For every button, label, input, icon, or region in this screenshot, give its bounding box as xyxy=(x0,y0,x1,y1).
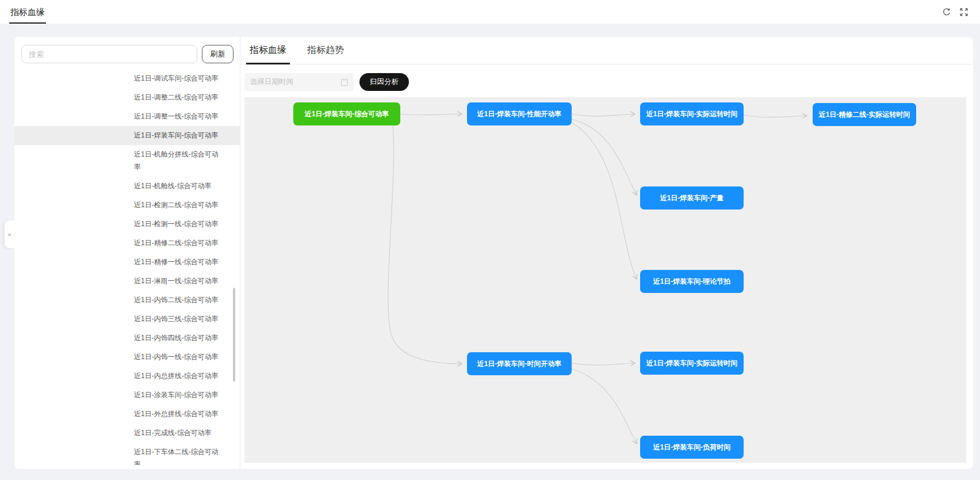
graph-node-n5[interactable]: 近1日-焊装车间-理论节拍 xyxy=(640,270,744,293)
refresh-button[interactable]: 刷新 xyxy=(202,45,233,63)
graph-edge-n1-n2 xyxy=(572,114,635,116)
list-item[interactable]: 近1日-机舱分拼线-综合可动率 xyxy=(14,145,240,177)
list-item[interactable]: 近1日-外总拼线-综合可动率 xyxy=(14,405,240,424)
sidebar-collapse-handle[interactable]: « xyxy=(5,220,14,248)
list-item[interactable]: 近1日-精修二线-综合可动率 xyxy=(14,234,240,253)
graph-edge-n2-n3 xyxy=(744,115,807,117)
attribution-analysis-button[interactable]: 归因分析 xyxy=(359,73,409,91)
edge-layer xyxy=(244,97,966,463)
graph-node-n4[interactable]: 近1日-焊装车间-产量 xyxy=(640,186,744,209)
graph-edge-n1-n4 xyxy=(572,119,637,195)
calendar-icon xyxy=(341,79,348,86)
list-item[interactable]: 近1日-检测一线-综合可动率 xyxy=(14,215,240,234)
date-picker-input[interactable]: 选择日期时间 xyxy=(244,73,354,91)
graph-node-n1[interactable]: 近1日-焊装车间-性能开动率 xyxy=(467,102,572,125)
graph-node-n8[interactable]: 近1日-焊装车间-负荷时间 xyxy=(640,436,744,459)
lineage-canvas[interactable]: 近1日-焊装车间-综合可动率近1日-焊装车间-性能开动率近1日-焊装车间-实际运… xyxy=(244,97,966,463)
graph-edge-root-n6 xyxy=(388,125,462,364)
metric-list: 近1日-调试车间-综合可动率近1日-调整二线-综合可动率近1日-调整一线-综合可… xyxy=(14,69,240,465)
search-row: 刷新 xyxy=(14,37,240,63)
list-item[interactable]: 近1日-完成线-综合可动率 xyxy=(14,424,240,443)
collapse-chevron-icon: « xyxy=(8,231,12,238)
content-card: 刷新 近1日-调试车间-综合可动率近1日-调整二线-综合可动率近1日-调整一线-… xyxy=(14,37,973,469)
list-item[interactable]: 近1日-内总拼线-综合可动率 xyxy=(14,367,240,386)
graph-edge-n6-n7 xyxy=(572,363,635,365)
fullscreen-icon[interactable] xyxy=(959,7,968,17)
top-bar: 指标血缘 xyxy=(0,0,980,24)
list-item[interactable]: 近1日-调试车间-综合可动率 xyxy=(14,69,240,88)
graph-node-root[interactable]: 近1日-焊装车间-综合可动率 xyxy=(293,102,400,125)
tab-指标趋势[interactable]: 指标趋势 xyxy=(304,37,347,64)
list-item-selected[interactable]: 近1日-焊装车间-综合可动率 xyxy=(14,126,240,145)
list-item[interactable]: 近1日-内饰二线-综合可动率 xyxy=(14,291,240,310)
graph-node-n7[interactable]: 近1日-焊装车间-实际运转时间 xyxy=(640,352,744,375)
refresh-icon[interactable] xyxy=(942,7,951,17)
list-item[interactable]: 近1日-内饰四线-综合可动率 xyxy=(14,329,240,348)
list-item[interactable]: 近1日-调整一线-综合可动率 xyxy=(14,107,240,126)
list-item[interactable]: 近1日-下车体二线-综合可动率 xyxy=(14,443,240,465)
list-item[interactable]: 近1日-检测二线-综合可动率 xyxy=(14,196,240,215)
list-item[interactable]: 近1日-淋雨一线-综合可动率 xyxy=(14,272,240,291)
list-item[interactable]: 近1日-调整二线-综合可动率 xyxy=(14,88,240,107)
metric-sidebar: 刷新 近1日-调试车间-综合可动率近1日-调整二线-综合可动率近1日-调整一线-… xyxy=(14,37,240,469)
graph-edge-root-n1 xyxy=(400,114,462,115)
list-item[interactable]: 近1日-机舱线-综合可动率 xyxy=(14,177,240,196)
graph-node-n3[interactable]: 近1日-精修二线-实际运转时间 xyxy=(813,103,916,126)
main-tabs: 指标血缘指标趋势 xyxy=(240,37,973,64)
graph-node-n6[interactable]: 近1日-焊装车间-时间开动率 xyxy=(467,352,572,375)
tab-指标血缘[interactable]: 指标血缘 xyxy=(246,37,290,64)
search-input[interactable] xyxy=(21,45,197,63)
list-scrollbar[interactable] xyxy=(233,288,235,382)
graph-node-n2[interactable]: 近1日-焊装车间-实际运转时间 xyxy=(640,102,744,125)
main-pane: 指标血缘指标趋势 选择日期时间 归因分析 近1日-焊装车间-综合可动率近1日-焊… xyxy=(240,37,973,469)
page-title: 指标血缘 xyxy=(9,1,46,24)
graph-edge-n1-n5 xyxy=(572,123,637,279)
date-placeholder: 选择日期时间 xyxy=(250,77,293,87)
list-item[interactable]: 近1日-内饰三线-综合可动率 xyxy=(14,310,240,329)
list-item[interactable]: 近1日-精修一线-综合可动率 xyxy=(14,253,240,272)
graph-edge-n6-n8 xyxy=(572,369,637,444)
list-item[interactable]: 近1日-涂装车间-综合可动率 xyxy=(14,386,240,405)
list-item[interactable]: 近1日-内饰一线-综合可动率 xyxy=(14,348,240,367)
toolbar: 选择日期时间 归因分析 xyxy=(240,64,973,97)
